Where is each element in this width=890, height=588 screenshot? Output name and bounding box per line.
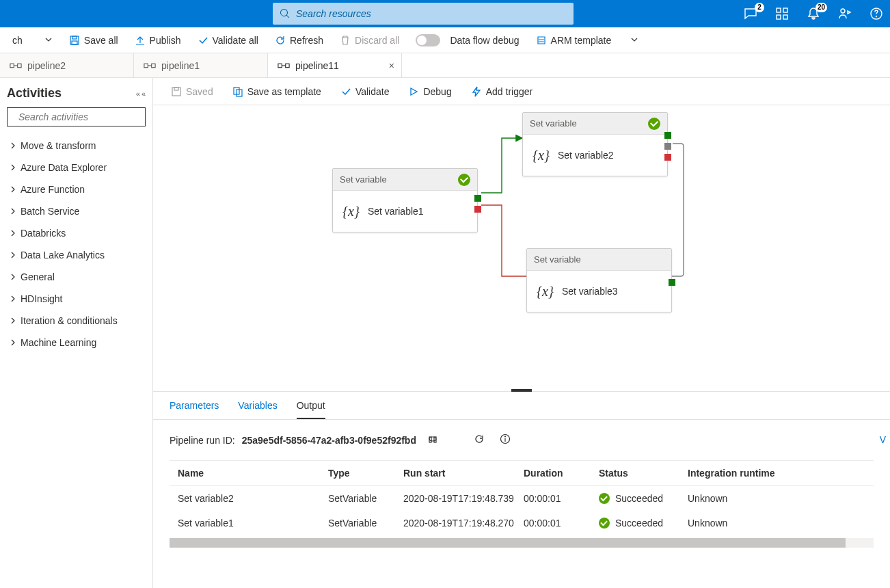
sidebar-category[interactable]: Move & transform [7, 135, 146, 157]
help-icon[interactable] [869, 7, 883, 21]
col-ir[interactable]: Integration runtime [688, 468, 811, 479]
save-as-template-button[interactable]: Save as template [224, 83, 329, 100]
sidebar-category[interactable]: Azure Data Explorer [7, 157, 146, 178]
branch-dropdown[interactable]: ch [5, 32, 59, 49]
sidebar-category[interactable]: Iteration & conditionals [7, 310, 146, 332]
activity-set-variable2[interactable]: Set variable {x} Set variable2 [522, 112, 668, 176]
variable-icon: {x} [532, 148, 550, 163]
success-port[interactable] [474, 195, 481, 202]
sidebar-category[interactable]: Azure Function [7, 178, 146, 200]
refresh-icon [275, 35, 286, 46]
validate-button[interactable]: Validate [332, 83, 398, 100]
refresh-label: Refresh [290, 35, 323, 46]
refresh-button[interactable]: Refresh [268, 32, 330, 49]
failure-port[interactable] [664, 154, 671, 161]
info-icon[interactable] [496, 432, 515, 448]
tab-label: pipeline2 [27, 60, 66, 71]
cell-ir: Unknown [688, 493, 811, 504]
svg-rect-1 [783, 8, 787, 12]
tab-pipeline2[interactable]: pipeline2 [0, 53, 134, 77]
expand-icon[interactable]: « [136, 90, 140, 98]
collapse-icon[interactable]: « [141, 90, 146, 98]
tab-label: pipeline11 [295, 60, 339, 71]
run-id-label: Pipeline run ID: [170, 435, 235, 446]
chevron-right-icon [10, 339, 16, 346]
global-search[interactable] [273, 3, 574, 25]
activity-set-variable3[interactable]: Set variable {x} Set variable3 [526, 248, 672, 312]
table-row[interactable]: Set variable2SetVariable2020-08-19T17:19… [170, 486, 874, 511]
dashboard-icon[interactable] [775, 7, 789, 21]
add-trigger-button[interactable]: Add trigger [463, 83, 541, 100]
tab-pipeline11[interactable]: pipeline11 × [268, 53, 402, 77]
resize-grip[interactable] [511, 389, 532, 392]
sidebar-category[interactable]: Batch Service [7, 200, 146, 222]
svg-point-29 [504, 436, 505, 437]
trash-icon [340, 35, 351, 46]
category-label: General [21, 271, 55, 282]
failure-port[interactable] [474, 206, 481, 213]
global-search-input[interactable] [291, 8, 567, 20]
feedback-icon[interactable] [838, 7, 852, 21]
cell-run-start: 2020-08-19T17:19:48.739 [403, 493, 524, 504]
cell-duration: 00:00:01 [524, 518, 599, 529]
completion-port[interactable] [664, 143, 671, 150]
sidebar-category[interactable]: Machine Learning [7, 332, 146, 353]
rerun-icon[interactable] [470, 432, 489, 448]
tab-output[interactable]: Output [297, 400, 325, 419]
view-toggle[interactable]: V [880, 434, 886, 445]
cell-name: Set variable1 [178, 518, 328, 529]
col-type[interactable]: Type [328, 468, 403, 479]
chat-icon[interactable]: 2 [744, 7, 757, 21]
col-duration[interactable]: Duration [524, 468, 599, 479]
activity-set-variable1[interactable]: Set variable {x} Set variable1 [332, 168, 478, 232]
data-flow-debug-toggle[interactable]: Data flow debug [409, 31, 526, 49]
success-port[interactable] [669, 279, 675, 286]
debug-button[interactable]: Debug [400, 83, 459, 100]
col-name[interactable]: Name [178, 468, 328, 479]
horizontal-scrollbar[interactable] [170, 538, 874, 548]
chevron-right-icon [10, 208, 16, 215]
bell-icon[interactable]: 20 [807, 7, 820, 21]
toggle-switch[interactable] [416, 34, 440, 46]
cell-status: Succeeded [599, 518, 688, 529]
tab-pipeline1[interactable]: pipeline1 [134, 53, 268, 77]
sidebar-category[interactable]: Data Lake Analytics [7, 244, 146, 266]
validate-all-button[interactable]: Validate all [191, 32, 265, 49]
chevron-right-icon [10, 186, 16, 193]
tab-label: pipeline1 [161, 60, 200, 71]
tab-variables[interactable]: Variables [238, 400, 277, 419]
tab-parameters[interactable]: Parameters [170, 400, 219, 419]
table-header: Name Type Run start Duration Status Inte… [170, 460, 874, 486]
save-all-label: Save all [84, 35, 118, 46]
col-run-start[interactable]: Run start [403, 468, 524, 479]
category-label: Move & transform [21, 140, 96, 151]
cell-type: SetVariable [328, 518, 403, 529]
copy-icon[interactable] [423, 432, 442, 448]
cell-status: Succeeded [599, 493, 688, 504]
svg-rect-11 [18, 64, 21, 67]
sidebar-category[interactable]: General [7, 266, 146, 288]
connectors [153, 105, 890, 392]
main-area: Saved Save as template Validate Debug Ad… [153, 78, 890, 588]
pipeline-icon [278, 62, 290, 70]
run-id-value: 25a9e5df-5856-47a2-afb3-0f9e52f92fbd [242, 435, 416, 446]
svg-rect-13 [144, 64, 148, 67]
table-row[interactable]: Set variable1SetVariable2020-08-19T17:19… [170, 511, 874, 535]
chevron-right-icon [10, 142, 16, 149]
pipeline-canvas[interactable]: Set variable {x} Set variable1 Set varia… [153, 105, 890, 391]
close-icon[interactable]: × [389, 60, 394, 71]
cell-duration: 00:00:01 [524, 493, 599, 504]
sidebar-category[interactable]: HDInsight [7, 288, 146, 310]
arm-template-dropdown[interactable]: ARM template [529, 32, 646, 49]
sidebar-category[interactable]: Databricks [7, 222, 146, 244]
activities-search[interactable] [7, 107, 146, 126]
discard-all-button[interactable]: Discard all [333, 32, 406, 49]
success-port[interactable] [664, 132, 671, 139]
lightning-icon [471, 86, 482, 97]
activities-search-input[interactable] [17, 111, 141, 123]
save-all-button[interactable]: Save all [62, 32, 125, 49]
publish-button[interactable]: Publish [128, 32, 188, 49]
scrollbar-thumb[interactable] [170, 538, 846, 548]
activity-type-label: Set variable [534, 254, 581, 265]
col-status[interactable]: Status [599, 468, 688, 479]
